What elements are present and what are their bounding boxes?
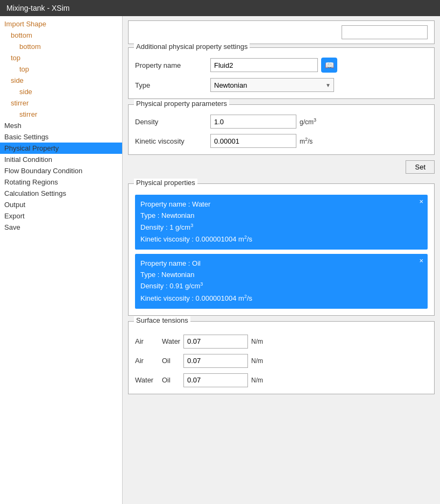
- surface-input-air-water[interactable]: [183, 335, 248, 349]
- property-name-label: Property name: [135, 61, 210, 69]
- surface-label-water: Water: [162, 337, 183, 345]
- sidebar-item-save[interactable]: Save: [0, 222, 122, 233]
- density-label: Density: [135, 118, 210, 126]
- title-bar: Mixing-tank - XSim: [0, 0, 440, 16]
- surface-label-oil2: Oil: [162, 376, 183, 384]
- type-dropdown-wrapper: Newtonian Non-Newtonian ▼: [210, 78, 334, 92]
- surface-tensions-title: Surface tensions: [134, 316, 190, 324]
- property-name-row: Property name 📖: [135, 58, 428, 73]
- oil-card-close-button[interactable]: ×: [419, 257, 423, 264]
- oil-line2: Type : Newtonian: [140, 269, 422, 281]
- property-name-input[interactable]: [210, 58, 318, 72]
- set-button[interactable]: Set: [406, 160, 435, 174]
- surface-label-air1: Air: [135, 337, 162, 345]
- surface-row-water-oil: Water Oil N/m: [135, 373, 428, 387]
- additional-physical-property-title: Additional physical property settings: [134, 42, 250, 51]
- partial-top-section: [128, 20, 435, 44]
- surface-label-oil: Oil: [162, 357, 183, 365]
- viscosity-input[interactable]: [210, 134, 296, 148]
- content-area: Additional physical property settings Pr…: [123, 16, 440, 504]
- physical-properties-section: Physical properties × Property name : Wa…: [128, 183, 435, 316]
- density-row: Density g/cm3: [135, 115, 428, 129]
- surface-unit-air-water: N/m: [251, 338, 263, 345]
- sidebar-item-side1[interactable]: side: [0, 75, 122, 86]
- sidebar-item-rotating-regions[interactable]: Rotating Regions: [0, 176, 122, 188]
- type-row: Type Newtonian Non-Newtonian ▼: [135, 78, 428, 92]
- sidebar-item-export[interactable]: Export: [0, 210, 122, 222]
- oil-line1: Property name : Oil: [140, 258, 422, 269]
- app-title: Mixing-tank - XSim: [6, 4, 69, 12]
- sidebar-item-calculation-settings[interactable]: Calculation Settings: [0, 188, 122, 199]
- physical-property-params-title: Physical property parameters: [134, 100, 229, 108]
- sidebar-item-bottom1[interactable]: bottom: [0, 30, 122, 41]
- sidebar-item-stirrer1[interactable]: stirrer: [0, 97, 122, 109]
- water-property-card: × Property name : Water Type : Newtonian…: [135, 195, 428, 250]
- oil-property-card: × Property name : Oil Type : Newtonian D…: [135, 254, 428, 309]
- water-line3: Density : 1 g/cm3: [140, 222, 422, 233]
- sidebar-item-output[interactable]: Output: [0, 199, 122, 210]
- surface-tensions-section: Surface tensions Air Water N/m Air Oil N…: [128, 321, 435, 394]
- density-input[interactable]: [210, 115, 296, 129]
- viscosity-label: Kinetic viscosity: [135, 137, 210, 145]
- surface-row-air-water: Air Water N/m: [135, 335, 428, 349]
- sidebar-item-mesh[interactable]: Mesh: [0, 120, 122, 131]
- physical-property-params-section: Physical property parameters Density g/c…: [128, 104, 435, 155]
- density-unit: g/cm3: [300, 117, 316, 126]
- sidebar-item-stirrer2[interactable]: stirrer: [0, 109, 122, 120]
- partial-input[interactable]: [342, 25, 428, 39]
- sidebar-item-top2[interactable]: top: [0, 63, 122, 75]
- surface-unit-air-oil: N/m: [251, 357, 263, 365]
- additional-physical-property-section: Additional physical property settings Pr…: [128, 47, 435, 99]
- viscosity-unit: m2/s: [300, 137, 313, 145]
- set-btn-container: Set: [128, 160, 435, 178]
- water-line1: Property name : Water: [140, 199, 422, 210]
- surface-input-water-oil[interactable]: [183, 373, 248, 387]
- sidebar-item-basic-settings[interactable]: Basic Settings: [0, 131, 122, 143]
- sidebar-item-side2[interactable]: side: [0, 86, 122, 97]
- sidebar-item-flow-boundary[interactable]: Flow Boundary Condition: [0, 165, 122, 176]
- book-button[interactable]: 📖: [321, 58, 337, 73]
- oil-line4: Kinetic viscosity : 0.000001004 m2/s: [140, 293, 422, 304]
- water-line4: Kinetic viscosity : 0.000001004 m2/s: [140, 233, 422, 245]
- surface-row-air-oil: Air Oil N/m: [135, 354, 428, 368]
- type-label: Type: [135, 81, 210, 89]
- sidebar-item-bottom2[interactable]: bottom: [0, 41, 122, 52]
- sidebar-item-initial-condition[interactable]: Initial Condition: [0, 154, 122, 165]
- book-icon: 📖: [325, 61, 334, 69]
- sidebar-item-import-shape[interactable]: Import Shape: [0, 18, 122, 30]
- surface-unit-water-oil: N/m: [251, 377, 263, 384]
- surface-input-air-oil[interactable]: [183, 354, 248, 368]
- sidebar-item-physical-property[interactable]: Physical Property: [0, 143, 122, 154]
- sidebar-item-top1[interactable]: top: [0, 52, 122, 63]
- physical-properties-title: Physical properties: [134, 179, 197, 187]
- type-select[interactable]: Newtonian Non-Newtonian: [210, 78, 334, 92]
- sidebar: Import Shape bottom bottom top top side …: [0, 16, 123, 504]
- surface-label-water2: Water: [135, 376, 162, 384]
- water-line2: Type : Newtonian: [140, 210, 422, 222]
- viscosity-row: Kinetic viscosity m2/s: [135, 134, 428, 148]
- oil-line3: Density : 0.91 g/cm3: [140, 280, 422, 292]
- water-card-close-button[interactable]: ×: [419, 198, 423, 205]
- surface-label-air2: Air: [135, 357, 162, 365]
